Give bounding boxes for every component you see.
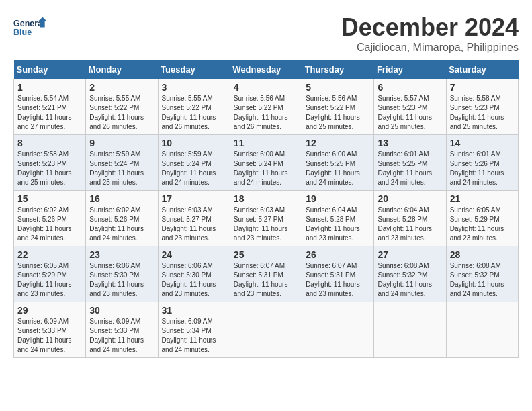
day-number: 7 — [450, 82, 515, 93]
calendar-cell: 26 Sunrise: 6:07 AMSunset: 5:31 PMDaylig… — [302, 246, 374, 302]
svg-text:Blue: Blue — [13, 28, 32, 37]
day-number: 5 — [306, 82, 370, 93]
page-subtitle: Cajidiocan, Mimaropa, Philippines — [341, 42, 519, 54]
calendar-cell: 6 Sunrise: 5:57 AMSunset: 5:23 PMDayligh… — [374, 79, 446, 135]
day-info: Sunrise: 6:01 AMSunset: 5:26 PMDaylight:… — [450, 150, 504, 186]
calendar-cell: 2 Sunrise: 5:55 AMSunset: 5:22 PMDayligh… — [86, 79, 158, 135]
day-number: 14 — [450, 138, 515, 148]
day-info: Sunrise: 5:56 AMSunset: 5:22 PMDaylight:… — [234, 95, 288, 130]
day-number: 26 — [306, 249, 370, 260]
day-info: Sunrise: 6:09 AMSunset: 5:33 PMDaylight:… — [89, 318, 144, 353]
calendar-cell — [230, 302, 302, 358]
calendar-cell: 7 Sunrise: 5:58 AMSunset: 5:23 PMDayligh… — [446, 79, 518, 135]
header-row: SundayMondayTuesdayWednesdayThursdayFrid… — [14, 60, 519, 79]
day-info: Sunrise: 5:59 AMSunset: 5:24 PMDaylight:… — [89, 150, 144, 186]
day-number: 11 — [234, 138, 298, 148]
calendar-cell: 20 Sunrise: 6:04 AMSunset: 5:28 PMDaylig… — [374, 191, 446, 246]
calendar-cell: 16 Sunrise: 6:02 AMSunset: 5:26 PMDaylig… — [86, 191, 158, 246]
calendar-cell: 23 Sunrise: 6:06 AMSunset: 5:30 PMDaylig… — [86, 246, 158, 302]
day-number: 10 — [162, 138, 226, 148]
calendar-cell: 9 Sunrise: 5:59 AMSunset: 5:24 PMDayligh… — [86, 135, 158, 191]
calendar-cell — [446, 302, 518, 358]
day-number: 4 — [234, 82, 298, 93]
calendar-cell: 21 Sunrise: 6:05 AMSunset: 5:29 PMDaylig… — [446, 191, 518, 246]
day-number: 22 — [17, 249, 82, 260]
day-number: 21 — [450, 193, 515, 204]
day-info: Sunrise: 6:01 AMSunset: 5:25 PMDaylight:… — [378, 150, 432, 186]
calendar-table: SundayMondayTuesdayWednesdayThursdayFrid… — [13, 60, 519, 358]
day-info: Sunrise: 6:00 AMSunset: 5:24 PMDaylight:… — [234, 150, 288, 186]
calendar-cell — [302, 302, 374, 358]
day-number: 6 — [378, 82, 442, 93]
page-title: December 2024 — [341, 13, 519, 42]
calendar-cell: 11 Sunrise: 6:00 AMSunset: 5:24 PMDaylig… — [230, 135, 302, 191]
day-info: Sunrise: 6:00 AMSunset: 5:25 PMDaylight:… — [306, 150, 360, 186]
day-info: Sunrise: 6:05 AMSunset: 5:29 PMDaylight:… — [450, 206, 504, 242]
day-number: 31 — [162, 305, 226, 316]
calendar-cell: 18 Sunrise: 6:03 AMSunset: 5:27 PMDaylig… — [230, 191, 302, 246]
day-info: Sunrise: 6:02 AMSunset: 5:26 PMDaylight:… — [89, 206, 144, 242]
day-info: Sunrise: 6:07 AMSunset: 5:31 PMDaylight:… — [234, 262, 288, 298]
calendar-cell: 31 Sunrise: 6:09 AMSunset: 5:34 PMDaylig… — [158, 302, 230, 358]
day-number: 25 — [234, 249, 298, 260]
calendar-cell: 30 Sunrise: 6:09 AMSunset: 5:33 PMDaylig… — [86, 302, 158, 358]
calendar-week-row: 1 Sunrise: 5:54 AMSunset: 5:21 PMDayligh… — [14, 79, 519, 135]
header-cell: Monday — [86, 60, 158, 79]
day-number: 2 — [89, 82, 154, 93]
calendar-body: 1 Sunrise: 5:54 AMSunset: 5:21 PMDayligh… — [14, 79, 519, 358]
header-cell: Saturday — [446, 60, 518, 79]
calendar-cell: 19 Sunrise: 6:04 AMSunset: 5:28 PMDaylig… — [302, 191, 374, 246]
day-info: Sunrise: 5:54 AMSunset: 5:21 PMDaylight:… — [17, 95, 72, 130]
calendar-cell: 28 Sunrise: 6:08 AMSunset: 5:32 PMDaylig… — [446, 246, 518, 302]
calendar-cell: 15 Sunrise: 6:02 AMSunset: 5:26 PMDaylig… — [14, 191, 86, 246]
day-info: Sunrise: 6:06 AMSunset: 5:30 PMDaylight:… — [89, 262, 144, 298]
calendar-cell: 13 Sunrise: 6:01 AMSunset: 5:25 PMDaylig… — [374, 135, 446, 191]
calendar-cell: 14 Sunrise: 6:01 AMSunset: 5:26 PMDaylig… — [446, 135, 518, 191]
day-info: Sunrise: 6:05 AMSunset: 5:29 PMDaylight:… — [17, 262, 72, 298]
calendar-week-row: 22 Sunrise: 6:05 AMSunset: 5:29 PMDaylig… — [14, 246, 519, 302]
title-section: December 2024 Cajidiocan, Mimaropa, Phil… — [341, 13, 519, 54]
day-number: 12 — [306, 138, 370, 148]
day-number: 27 — [378, 249, 442, 260]
calendar-cell: 12 Sunrise: 6:00 AMSunset: 5:25 PMDaylig… — [302, 135, 374, 191]
header-cell: Friday — [374, 60, 446, 79]
day-info: Sunrise: 6:03 AMSunset: 5:27 PMDaylight:… — [234, 206, 288, 242]
day-info: Sunrise: 6:09 AMSunset: 5:34 PMDaylight:… — [162, 318, 216, 353]
day-number: 15 — [17, 193, 82, 204]
calendar-header: SundayMondayTuesdayWednesdayThursdayFrid… — [14, 60, 519, 79]
day-info: Sunrise: 5:57 AMSunset: 5:23 PMDaylight:… — [378, 95, 432, 130]
day-info: Sunrise: 5:59 AMSunset: 5:24 PMDaylight:… — [162, 150, 216, 186]
calendar-cell: 5 Sunrise: 5:56 AMSunset: 5:22 PMDayligh… — [302, 79, 374, 135]
day-info: Sunrise: 6:02 AMSunset: 5:26 PMDaylight:… — [17, 206, 72, 242]
calendar-cell: 17 Sunrise: 6:03 AMSunset: 5:27 PMDaylig… — [158, 191, 230, 246]
day-info: Sunrise: 6:04 AMSunset: 5:28 PMDaylight:… — [378, 206, 432, 242]
day-info: Sunrise: 6:04 AMSunset: 5:28 PMDaylight:… — [306, 206, 360, 242]
calendar-week-row: 29 Sunrise: 6:09 AMSunset: 5:33 PMDaylig… — [14, 302, 519, 358]
calendar-cell: 25 Sunrise: 6:07 AMSunset: 5:31 PMDaylig… — [230, 246, 302, 302]
day-number: 13 — [378, 138, 442, 148]
day-number: 17 — [162, 193, 226, 204]
day-number: 19 — [306, 193, 370, 204]
day-info: Sunrise: 5:55 AMSunset: 5:22 PMDaylight:… — [89, 95, 144, 130]
calendar-cell: 27 Sunrise: 6:08 AMSunset: 5:32 PMDaylig… — [374, 246, 446, 302]
day-number: 18 — [234, 193, 298, 204]
calendar-cell: 29 Sunrise: 6:09 AMSunset: 5:33 PMDaylig… — [14, 302, 86, 358]
day-number: 8 — [17, 138, 82, 148]
header-cell: Tuesday — [158, 60, 230, 79]
day-info: Sunrise: 5:56 AMSunset: 5:22 PMDaylight:… — [306, 95, 360, 130]
page-header: General Blue December 2024 Cajidiocan, M… — [13, 13, 519, 54]
day-number: 23 — [89, 249, 154, 260]
day-info: Sunrise: 6:07 AMSunset: 5:31 PMDaylight:… — [306, 262, 360, 298]
logo: General Blue — [13, 13, 47, 44]
day-info: Sunrise: 6:06 AMSunset: 5:30 PMDaylight:… — [162, 262, 216, 298]
day-number: 3 — [162, 82, 226, 93]
day-number: 1 — [17, 82, 82, 93]
day-number: 30 — [89, 305, 154, 316]
day-number: 29 — [17, 305, 82, 316]
day-info: Sunrise: 6:03 AMSunset: 5:27 PMDaylight:… — [162, 206, 216, 242]
day-info: Sunrise: 6:09 AMSunset: 5:33 PMDaylight:… — [17, 318, 72, 353]
calendar-cell: 1 Sunrise: 5:54 AMSunset: 5:21 PMDayligh… — [14, 79, 86, 135]
calendar-cell: 8 Sunrise: 5:58 AMSunset: 5:23 PMDayligh… — [14, 135, 86, 191]
day-info: Sunrise: 6:08 AMSunset: 5:32 PMDaylight:… — [378, 262, 432, 298]
calendar-cell: 3 Sunrise: 5:55 AMSunset: 5:22 PMDayligh… — [158, 79, 230, 135]
